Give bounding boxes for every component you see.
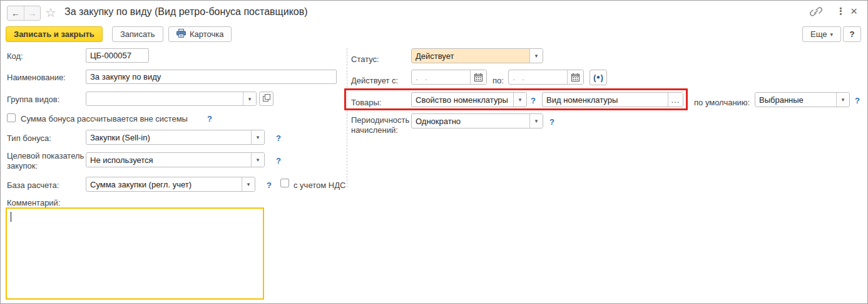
periodicity-field[interactable]: Однократно ▾	[411, 113, 543, 128]
goods-value: Вид номенклатуры	[543, 93, 668, 107]
status-label: Статус:	[351, 55, 379, 64]
page-title: За закупку по виду (Вид ретро-бонуса пос…	[64, 6, 308, 18]
target-indicator-dropdown-arrow-icon[interactable]: ▾	[251, 153, 264, 167]
goods-help[interactable]: ?	[531, 96, 536, 105]
card-button[interactable]: Карточка	[168, 26, 232, 42]
valid-to-placeholder: . .	[513, 73, 527, 82]
printer-icon	[176, 29, 186, 39]
close-icon[interactable]: ×	[850, 4, 857, 18]
vat-checkbox[interactable]	[280, 179, 289, 187]
group-field[interactable]: ▾	[86, 92, 257, 106]
forward-icon[interactable]: →	[24, 6, 40, 20]
more-button[interactable]: Еще ▾	[802, 26, 841, 42]
status-dropdown-arrow-icon[interactable]: ▾	[529, 49, 543, 63]
goods-label: Товары:	[351, 98, 381, 107]
code-field[interactable]: ЦБ-000057	[86, 48, 149, 63]
valid-from-field[interactable]: . .	[411, 70, 487, 85]
column-separator	[347, 48, 347, 187]
target-indicator-help[interactable]: ?	[276, 156, 281, 165]
default-value: Выбранные	[755, 93, 836, 107]
target-indicator-label: Целевой показатель закупок:	[7, 151, 84, 171]
bonus-type-help[interactable]: ?	[276, 134, 281, 143]
external-bonus-label: Сумма бонуса рассчитывается вне системы	[21, 114, 188, 123]
target-indicator-field[interactable]: Не используется ▾	[86, 152, 265, 167]
code-value: ЦБ-000057	[90, 51, 131, 60]
periodicity-label: Периодичность начислений:	[351, 115, 412, 135]
calendar-icon[interactable]	[470, 70, 486, 84]
calc-base-value: Сумма закупки (регл. учет)	[86, 177, 242, 191]
valid-from-label: Действует с:	[351, 76, 398, 85]
group-label: Группа видов:	[7, 95, 59, 104]
window: ← → ☆ За закупку по виду (Вид ретро-бону…	[0, 0, 868, 304]
name-value: За закупку по виду	[90, 72, 161, 81]
bonus-type-label: Тип бонуса:	[7, 134, 51, 143]
code-label: Код:	[7, 51, 23, 61]
nav-history-group: ← →	[7, 6, 41, 21]
valid-to-label: по:	[493, 76, 504, 85]
external-bonus-help[interactable]: ?	[207, 114, 212, 123]
external-bonus-checkbox[interactable]	[7, 113, 16, 122]
back-icon[interactable]: ←	[8, 6, 24, 20]
get-link-icon[interactable]	[810, 7, 822, 19]
default-field[interactable]: Выбранные ▾	[755, 92, 850, 107]
group-dropdown-arrow-icon[interactable]: ▾	[243, 92, 256, 105]
favorite-star-icon[interactable]: ☆	[45, 5, 56, 20]
calendar-icon[interactable]	[567, 70, 583, 84]
goods-value-field[interactable]: Вид номенклатуры ...	[542, 92, 683, 107]
open-window-icon	[263, 94, 270, 103]
valid-from-placeholder: . .	[416, 73, 430, 82]
calc-base-label: База расчета:	[7, 181, 59, 190]
status-field[interactable]: Действует ▾	[411, 48, 543, 63]
default-label: по умолчанию:	[694, 98, 750, 107]
name-label: Наименование:	[7, 73, 66, 82]
default-dropdown-arrow-icon[interactable]: ▾	[836, 93, 849, 107]
help-button[interactable]: ?	[843, 26, 861, 42]
group-value	[86, 92, 243, 105]
comment-label: Комментарий:	[7, 198, 61, 207]
choose-period-icon[interactable]: (◆)	[590, 70, 607, 85]
goods-selector-value: Свойство номенклатуры	[412, 93, 513, 107]
periodicity-help[interactable]: ?	[549, 117, 554, 127]
text-caret	[11, 212, 11, 222]
target-indicator-value: Не используется	[86, 153, 251, 167]
status-value: Действует	[412, 49, 529, 63]
periodicity-dropdown-arrow-icon[interactable]: ▾	[529, 114, 543, 128]
more-menu-dots-icon[interactable]: ⋮	[836, 6, 845, 17]
goods-selector-field[interactable]: Свойство номенклатуры ▾	[411, 92, 527, 107]
default-help[interactable]: ?	[855, 96, 860, 105]
save-button[interactable]: Записать	[112, 26, 163, 42]
card-button-label: Карточка	[190, 29, 223, 39]
save-and-close-button[interactable]: Записать и закрыть	[6, 26, 103, 42]
vat-label: с учетом НДС	[294, 181, 345, 190]
bonus-type-field[interactable]: Закупки (Sell-in) ▾	[86, 130, 265, 145]
calc-base-dropdown-arrow-icon[interactable]: ▾	[242, 177, 255, 191]
valid-to-field[interactable]: . .	[508, 70, 584, 85]
bonus-type-value: Закупки (Sell-in)	[86, 130, 251, 144]
periodicity-value: Однократно	[412, 114, 529, 128]
more-button-label: Еще	[810, 29, 827, 39]
chevron-down-icon: ▾	[830, 31, 833, 38]
calc-base-help[interactable]: ?	[267, 181, 272, 190]
group-open-button[interactable]	[259, 92, 273, 106]
goods-selector-dropdown-arrow-icon[interactable]: ▾	[513, 93, 526, 107]
calc-base-field[interactable]: Сумма закупки (регл. учет) ▾	[86, 177, 255, 192]
bonus-type-dropdown-arrow-icon[interactable]: ▾	[251, 130, 264, 144]
name-field[interactable]: За закупку по виду	[86, 70, 337, 84]
goods-choose-ellipsis-button[interactable]: ...	[668, 93, 683, 107]
comment-textarea[interactable]	[6, 207, 264, 300]
